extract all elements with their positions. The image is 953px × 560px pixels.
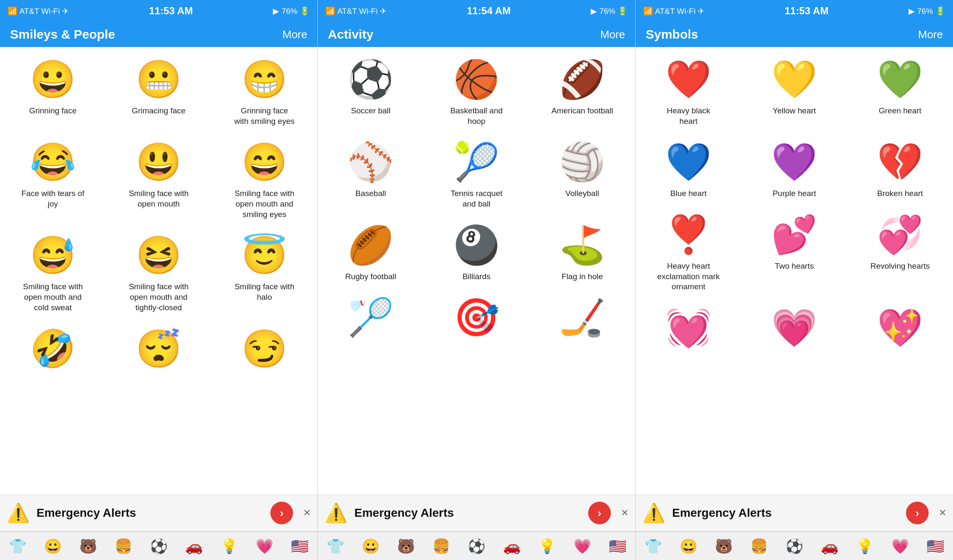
status-carrier: 📶 AT&T Wi-Fi ✈ [8,6,69,16]
emoji-cell[interactable]: ⚽Soccer ball [318,50,424,133]
emoji-label: Billiards [463,272,491,282]
emoji-cell[interactable]: 💖 [847,299,953,354]
emoji-cell[interactable]: 💞Revolving hearts [847,206,953,299]
tab-icon-4[interactable]: ⚽ [785,538,803,555]
tab-icon-8[interactable]: 🇺🇸 [291,538,309,555]
emoji-label: Smiling face with open mouth and smiling… [233,188,296,220]
emoji-image: 🏀 [453,56,500,102]
tab-icon-8[interactable]: 🇺🇸 [609,538,626,555]
ad-arrow-button[interactable]: › [270,502,293,524]
emoji-cell[interactable]: 😇Smiling face with halo [212,226,317,319]
emoji-cell[interactable]: 🏸 [318,288,424,344]
emoji-cell[interactable]: ⚾Baseball [318,133,424,216]
status-battery: ▶ 76% 🔋 [908,6,945,16]
emoji-image: 🏈 [559,56,605,102]
emoji-image: 💗 [771,305,817,351]
tab-bar: 👕😀🐻🍔⚽🚗💡💗🇺🇸 [318,531,635,560]
tab-icon-4[interactable]: ⚽ [150,538,168,555]
nav-bar: Symbols More [636,22,953,47]
ad-arrow-button[interactable]: › [906,502,929,524]
emoji-cell[interactable]: 😆Smiling face with open mouth and tightl… [106,226,212,319]
ad-close-button[interactable]: ✕ [621,508,628,518]
emoji-label: Revolving hearts [870,261,930,272]
emoji-image: ⚾ [348,139,394,185]
emoji-cell[interactable]: ❤️Heavy black heart [636,50,741,133]
tab-icon-0[interactable]: 👕 [9,538,26,555]
emoji-label: Grinning face with smiling eyes [233,106,296,126]
ad-arrow-button[interactable]: › [588,502,611,524]
emoji-cell[interactable]: 🏉Rugby football [318,216,424,289]
tab-icon-4[interactable]: ⚽ [468,538,485,555]
emoji-cell[interactable]: 💓 [636,299,741,354]
tab-icon-5[interactable]: 🚗 [503,538,521,555]
ad-banner[interactable]: ⚠️ Emergency Alerts › ✕ [636,495,953,531]
emoji-cell[interactable]: ❣️Heavy heart exclamation mark ornament [636,206,741,299]
panel-symbols: 📶 AT&T Wi-Fi ✈ 11:53 AM ▶ 76% 🔋 Symbols … [636,0,953,560]
emoji-cell[interactable]: ⛳Flag in hole [529,216,635,289]
tab-icon-2[interactable]: 🐻 [397,538,415,555]
emoji-cell[interactable]: 😅Smiling face with open mouth and cold s… [0,226,106,319]
emoji-cell[interactable]: 😀Grinning face [0,50,106,133]
emoji-cell[interactable]: 😏 [212,320,317,375]
emoji-cell[interactable]: 🏈American football [529,50,635,133]
tab-icon-0[interactable]: 👕 [327,538,344,555]
emoji-label: Broken heart [877,188,923,199]
tab-icon-1[interactable]: 😀 [362,538,380,555]
emoji-cell[interactable]: 💙Blue heart [636,133,741,206]
emoji-cell[interactable]: 😃Smiling face with open mouth [106,133,212,226]
emoji-grid: ⚽Soccer ball🏀Basketball and hoop🏈America… [318,47,635,560]
tab-icon-8[interactable]: 🇺🇸 [927,538,944,555]
more-button[interactable]: More [918,28,943,41]
emoji-cell[interactable]: 😄Smiling face with open mouth and smilin… [212,133,317,226]
tab-icon-6[interactable]: 💡 [220,538,238,555]
tab-icon-3[interactable]: 🍔 [750,538,768,555]
tab-icon-1[interactable]: 😀 [44,538,62,555]
emoji-label: Face with tears of joy [21,188,84,209]
tab-icon-7[interactable]: 💗 [573,538,591,555]
tab-icon-3[interactable]: 🍔 [432,538,450,555]
emoji-image: 💖 [877,305,923,351]
emoji-cell[interactable]: 💜Purple heart [741,133,847,206]
ad-banner[interactable]: ⚠️ Emergency Alerts › ✕ [0,495,317,531]
emoji-cell[interactable]: 💔Broken heart [847,133,953,206]
emoji-image: 😏 [241,326,288,372]
emoji-cell[interactable]: 🎯 [424,288,529,344]
emoji-cell[interactable]: 💛Yellow heart [741,50,847,133]
emoji-cell[interactable]: 💗 [741,299,847,354]
tab-icon-5[interactable]: 🚗 [185,538,203,555]
emoji-image: 🎯 [453,294,500,340]
tab-icon-6[interactable]: 💡 [538,538,556,555]
emoji-cell[interactable]: 🤣 [0,320,106,375]
emoji-cell[interactable]: 🏒 [529,288,635,344]
ad-close-button[interactable]: ✕ [939,508,946,518]
emoji-cell[interactable]: 😁Grinning face with smiling eyes [212,50,317,133]
tab-icon-1[interactable]: 😀 [680,538,697,555]
emoji-label: Heavy heart exclamation mark ornament [657,261,720,292]
emoji-label: American football [552,106,613,116]
tab-icon-2[interactable]: 🐻 [715,538,733,555]
emoji-image: 💕 [771,212,817,258]
tab-icon-0[interactable]: 👕 [644,538,662,555]
tab-icon-7[interactable]: 💗 [256,538,273,555]
tab-icon-2[interactable]: 🐻 [79,538,97,555]
emoji-cell[interactable]: 🏐Volleyball [529,133,635,216]
tab-icon-7[interactable]: 💗 [891,538,909,555]
ad-close-button[interactable]: ✕ [303,508,311,518]
ad-banner[interactable]: ⚠️ Emergency Alerts › ✕ [318,495,635,531]
more-button[interactable]: More [283,28,307,41]
emoji-cell[interactable]: 💕Two hearts [741,206,847,299]
tab-icon-6[interactable]: 💡 [856,538,874,555]
emoji-cell[interactable]: 🎾Tennis racquet and ball [424,133,529,216]
more-button[interactable]: More [600,28,625,41]
emoji-cell[interactable]: 😴 [106,320,212,375]
emoji-cell[interactable]: 🏀Basketball and hoop [424,50,529,133]
emoji-image: 😁 [241,56,288,102]
emoji-image: 🎱 [453,222,500,268]
emoji-cell[interactable]: 😂Face with tears of joy [0,133,106,226]
emoji-cell[interactable]: 💚Green heart [847,50,953,133]
emoji-image: 😬 [136,56,182,102]
tab-icon-3[interactable]: 🍔 [115,538,132,555]
emoji-cell[interactable]: 😬Grimacing face [106,50,212,133]
tab-icon-5[interactable]: 🚗 [821,538,838,555]
emoji-cell[interactable]: 🎱Billiards [424,216,529,289]
